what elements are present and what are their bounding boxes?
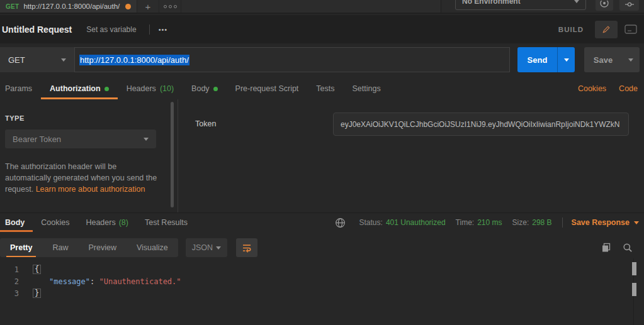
tab-label: Body [191,84,210,93]
method-selector[interactable]: GET [0,47,74,72]
comment-icon [624,24,638,35]
format-selector[interactable]: JSON [186,238,227,257]
tab-label: Headers [127,84,156,93]
header-right-controls: BUILD [558,21,644,38]
response-view-toolbar: Pretty Raw Preview Visualize JSON [0,238,644,257]
tab-params[interactable]: Params [0,78,41,99]
auth-description: The authorization header will be automat… [5,161,164,195]
tab-label: Raw [52,243,68,252]
json-key: "message" [49,277,90,286]
view-tab-preview[interactable]: Preview [78,238,126,257]
view-tab-pretty[interactable]: Pretty [0,238,42,257]
request-tab-bar: GET http://127.0.0.1:8000/api/auth/ + No… [0,0,644,14]
response-body-viewer[interactable]: 1 { 2 "message": "Unauthenticated." 3 } [0,258,644,325]
wrap-lines-button[interactable] [236,238,257,257]
open-brace: { [33,265,41,274]
tab-label: Test Results [145,218,188,227]
url-input-selected-text: http://127.0.0.1:8000/api/auth/ [79,55,189,65]
cookies-link[interactable]: Cookies [578,84,606,93]
request-overflow-menu-button[interactable]: ••• [159,26,168,33]
network-info-button[interactable] [335,218,346,228]
green-dot-icon [105,87,109,91]
tab-headers[interactable]: Headers (10) [118,78,183,99]
view-tab-visualize[interactable]: Visualize [127,238,178,257]
save-button-group: Save [584,47,640,72]
time-label: Time: [456,218,475,227]
tab-options-button[interactable] [159,0,181,13]
scroll-marker[interactable] [632,283,636,296]
send-button-group: Send [517,47,575,72]
comments-button[interactable] [624,24,638,35]
send-options-button[interactable] [557,47,575,72]
tab-body[interactable]: Body [183,78,227,99]
unsaved-dot-icon [125,4,131,9]
save-options-button[interactable] [622,58,640,62]
tab-label: Headers [86,218,115,227]
view-tab-raw[interactable]: Raw [42,238,78,257]
response-tab-headers[interactable]: Headers (8) [77,213,137,232]
token-value: eyJ0eXAiOiJKV1QiLCJhbGciOiJSUzI1NiJ9.eyJ… [341,120,621,129]
auth-token-panel: Token eyJ0eXAiOiJKV1QiLCJhbGciOiJSUzI1Ni… [178,99,644,212]
chevron-down-icon [61,58,66,62]
line-number: 2 [0,277,19,286]
tab-method-label: GET [6,3,19,10]
token-input[interactable]: eyJ0eXAiOiJKV1QiLCJhbGciOiJSUzI1NiJ9.eyJ… [333,113,629,136]
authorization-panel: TYPE Bearer Token The authorization head… [0,99,644,212]
build-label: BUILD [558,26,584,33]
code-line: 3 } [0,287,644,299]
edit-mode-button[interactable] [595,21,618,38]
new-tab-button[interactable]: + [137,0,159,13]
tab-pre-request-script[interactable]: Pre-request Script [227,78,308,99]
tab-count: (8) [119,218,128,227]
tab-tests[interactable]: Tests [307,78,343,99]
scrollbar-thumb[interactable] [171,102,174,207]
open-request-tab[interactable]: GET http://127.0.0.1:8000/api/auth/ [0,0,137,13]
copy-icon [601,243,611,253]
tab-label: Body [5,218,25,227]
response-view-actions [601,243,633,253]
tab-authorization[interactable]: Authorization [41,78,118,99]
response-tab-cookies[interactable]: Cookies [33,213,77,232]
code-line: 1 { [0,263,644,275]
status-value: 401 Unauthorized [386,218,446,227]
method-selected-label: GET [8,55,25,65]
response-tabs: Body Cookies Headers (8) Test Results [0,213,644,232]
chevron-down-icon [564,58,569,62]
save-button[interactable]: Save [584,55,622,65]
tab-url-label: http://127.0.0.1:8000/api/auth/ [23,3,120,10]
url-builder-row: GET http://127.0.0.1:8000/api/auth/ Send… [0,43,644,76]
send-button[interactable]: Send [517,47,557,72]
json-string-value: "Unauthenticated." [99,277,181,286]
time-value: 210 ms [477,218,502,227]
json-separator: : [90,277,99,286]
scroll-marker[interactable] [632,262,636,275]
set-as-variable-link[interactable]: Set as variable [86,25,136,34]
environment-quick-look-button[interactable] [596,0,613,11]
auth-type-selector[interactable]: Bearer Token [5,129,156,148]
size-value: 298 B [532,218,551,227]
request-tabs: Params Authorization Headers (10) Body P… [0,78,644,99]
search-response-button[interactable] [623,243,633,253]
tab-count: (10) [160,84,174,93]
chevron-down-icon [216,246,221,250]
pencil-icon [601,25,611,35]
eye-icon [599,1,609,8]
save-response-button[interactable]: Save Response [572,218,639,227]
environment-settings-button[interactable] [619,0,639,11]
chevron-down-icon [574,0,579,3]
response-tab-body[interactable]: Body [0,213,33,232]
code-link[interactable]: Code [619,84,638,93]
response-section: Body Cookies Headers (8) Test Results [0,212,644,325]
request-header-row: Untitled Request Set as variable ••• BUI… [0,15,644,43]
environment-selector[interactable]: No Environment [455,0,586,10]
response-tab-test-results[interactable]: Test Results [137,213,196,232]
request-title[interactable]: Untitled Request [2,25,72,35]
learn-more-link[interactable]: Learn more about authorization [36,185,145,194]
tab-settings[interactable]: Settings [344,78,390,99]
copy-response-button[interactable] [601,243,611,253]
url-input[interactable]: http://127.0.0.1:8000/api/auth/ [74,47,510,72]
tab-label: Pretty [10,243,32,252]
chevron-down-icon [144,138,149,141]
tab-label: Preview [88,243,116,252]
close-brace: } [33,289,41,298]
